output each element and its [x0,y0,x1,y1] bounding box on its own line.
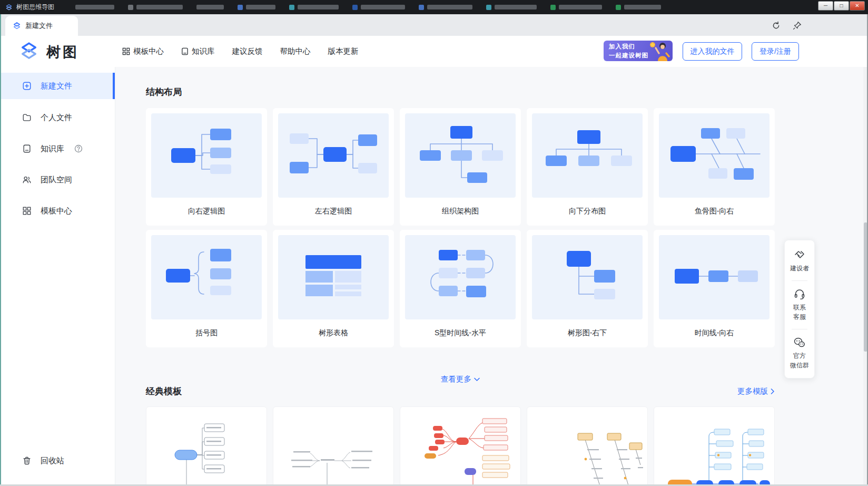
template-card-left-right-logic-map[interactable]: 左右逻辑图 [273,108,394,226]
taskbar-item-icon [238,5,243,10]
taskbar-item-icon [419,5,424,10]
taskbar-item[interactable] [196,5,224,9]
builder-button[interactable]: 建设者 [790,249,809,274]
template-card-tree-table[interactable]: 树形表格 [273,230,394,347]
template-caption: S型时间线-水平 [400,328,521,338]
more-templates-link[interactable]: 更多模版 [737,386,775,396]
handshake-icon [793,249,806,261]
taskbar-item[interactable] [128,5,183,10]
sidebar-item-label: 新建文件 [41,81,72,91]
brand-name: 树图 [46,43,79,62]
tab-label: 新建文件 [25,21,53,31]
template-thumbnail [532,235,643,319]
taskbar-item[interactable] [352,5,405,10]
nav-knowledge-base[interactable]: 知识库 [181,46,215,56]
template-caption: 树形图-右下 [527,328,648,338]
divider [792,280,807,281]
view-more-label: 查看更多 [441,374,471,384]
template-thumbnail [659,235,770,319]
template-caption: 树形表格 [273,328,394,338]
maximize-button[interactable]: □ [834,1,849,11]
tab-new-file[interactable]: 新建文件 [5,16,78,36]
classic-template-thumbnail [406,412,516,486]
close-button[interactable]: ✕ [850,1,865,11]
sidebar-item-label: 团队空间 [41,175,72,185]
classic-template-thumbnail [532,412,643,486]
refresh-icon [772,21,781,30]
banner-illustration [645,41,673,61]
join-us-banner[interactable]: 加入我们 一起建设树图 [604,41,673,61]
taskbar-item[interactable] [616,5,661,10]
sidebar-item-template-center[interactable]: 模板中心 [0,198,115,224]
template-caption: 组织架构图 [400,207,521,216]
taskbar-item[interactable] [238,5,275,10]
template-card-fishbone-right-map[interactable]: 鱼骨图-向右 [654,108,775,226]
taskbar-item-icon [128,5,133,10]
taskbar-item[interactable] [550,5,602,10]
template-card-s-timeline-horizontal[interactable]: S型时间线-水平 [400,230,521,347]
taskbar-item-icon [616,5,621,10]
taskbar-item[interactable] [419,5,472,10]
nav-help-center[interactable]: 帮助中心 [280,46,311,56]
enter-my-files-button[interactable]: 进入我的文件 [683,42,742,61]
sidebar: 新建文件 个人文件 知识库 团队空间 [0,67,115,486]
contact-support-button[interactable]: 联系客服 [793,288,806,322]
template-card-tree-down-right[interactable]: 树形图-右下 [527,230,648,347]
template-caption: 括号图 [146,328,267,338]
window-titlebar: 树图思维导图 ─ □ ✕ [0,0,868,14]
nav-label: 建议反馈 [232,46,263,56]
trash-icon [22,456,32,465]
nav-label: 模板中心 [133,46,164,56]
sidebar-item-new-file[interactable]: 新建文件 [0,73,115,99]
login-register-button[interactable]: 登录/注册 [752,42,799,61]
new-file-icon [22,81,32,91]
tab-logo-icon [13,22,21,30]
template-card-timeline-right[interactable]: 时间线-向右 [654,230,775,347]
template-thumbnail [405,113,516,198]
classic-template-thumbnail [279,412,389,486]
view-more-link[interactable]: 查看更多 [441,374,480,384]
sidebar-item-team-space[interactable]: 团队空间 [0,167,115,193]
taskbar-item[interactable] [75,5,114,9]
nav-feedback[interactable]: 建议反馈 [232,46,263,56]
titlebar-tab-strip [75,5,813,10]
nav-label: 帮助中心 [280,46,311,56]
app-logo-icon [5,4,13,11]
sidebar-item-recycle-bin[interactable]: 回收站 [0,448,115,474]
minimize-button[interactable]: ─ [818,1,833,11]
taskbar-item[interactable] [486,5,537,10]
classic-template-card-2[interactable] [273,406,394,486]
sidebar-item-label: 知识库 [41,144,64,154]
sidebar-item-label: 回收站 [41,456,64,466]
template-card-down-distribution-map[interactable]: 向下分布图 [527,108,648,226]
sidebar-item-knowledge-base[interactable]: 知识库 [0,135,115,162]
template-card-bracket-map[interactable]: 括号图 [146,230,267,347]
sidebar-item-label: 个人文件 [41,113,72,123]
taskbar-item[interactable] [289,5,339,10]
headset-icon [793,288,806,300]
tab-strip: 新建文件 [0,14,868,36]
template-caption: 鱼骨图-向右 [654,207,775,216]
knowledge-base-help-icon[interactable] [74,144,83,153]
nav-template-center[interactable]: 模板中心 [122,46,164,56]
official-wechat-group-button[interactable]: 官方微信群 [790,336,809,371]
classic-template-card-1[interactable] [146,406,267,486]
template-caption: 左右逻辑图 [273,207,394,216]
nav-version-update[interactable]: 版本更新 [328,46,359,56]
classic-template-card-3[interactable] [400,406,521,486]
template-card-right-logic-map[interactable]: 向右逻辑图 [146,108,267,226]
template-card-org-structure-map[interactable]: 组织架构图 [400,108,521,226]
classic-template-card-4[interactable] [527,406,648,486]
template-thumbnail [659,113,770,198]
document-icon [181,47,189,55]
pin-button[interactable] [790,18,804,33]
document-icon [22,144,32,153]
classic-template-thumbnail [659,412,770,486]
floating-help-panel: 建设者 联系客服 官方微信群 [784,240,815,378]
sidebar-item-personal-files[interactable]: 个人文件 [0,104,115,131]
refresh-button[interactable] [768,18,783,33]
classic-template-card-5[interactable] [654,406,775,486]
taskbar-item-icon [289,5,294,10]
section-title-structure-layouts: 结构布局 [146,86,182,98]
template-thumbnail [151,235,262,319]
